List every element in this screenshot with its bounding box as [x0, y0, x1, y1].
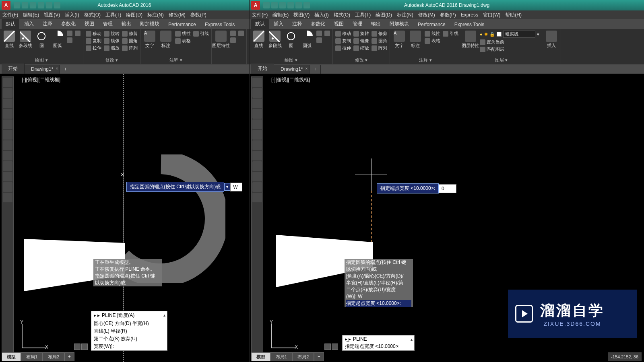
menu-window[interactable]: 窗口(W) — [483, 12, 500, 19]
fillet-button[interactable]: 圆角 — [372, 38, 387, 44]
nav-tool-icon[interactable] — [3, 140, 12, 150]
ribbon-tab-output[interactable]: 输出 — [118, 19, 135, 29]
menu-draw[interactable]: 绘图(D) — [376, 12, 392, 19]
circle-button[interactable]: 圆 — [284, 31, 298, 49]
copy-button[interactable]: 复制 — [86, 38, 101, 44]
panel-modify-title[interactable]: 修改 ▾ — [86, 57, 138, 63]
qat-open-icon[interactable] — [271, 2, 278, 8]
trim-button[interactable]: 修剪 — [372, 31, 387, 37]
layer-state-2[interactable] — [238, 31, 244, 36]
tab-add[interactable]: + — [60, 65, 71, 74]
tab-layout1[interactable]: 布局1 — [270, 352, 292, 361]
ribbon-tab-insert[interactable]: 插入 — [270, 19, 287, 29]
qat-redo-icon[interactable] — [46, 2, 52, 8]
ribbon-tab-output[interactable]: 输出 — [367, 19, 385, 29]
scale-button[interactable]: 缩放 — [104, 45, 120, 51]
chevron-up-icon[interactable]: ▴ — [411, 337, 413, 341]
menu-view[interactable]: 视图(V) — [293, 12, 310, 19]
menu-express[interactable]: Express — [461, 12, 478, 18]
fillet-button[interactable]: 圆角 — [122, 38, 138, 44]
nav-tool-icon[interactable] — [252, 161, 262, 171]
dim-button[interactable]: 标注 — [159, 31, 173, 49]
leader-button[interactable]: 引线 — [443, 31, 458, 37]
nav-tool-icon[interactable] — [3, 161, 12, 171]
menu-view[interactable]: 视图(V) — [44, 12, 60, 19]
nav-tool-icon[interactable] — [252, 99, 262, 108]
ribbon-tab-manage[interactable]: 管理 — [99, 19, 117, 29]
linetype-button[interactable]: 线性 — [425, 31, 440, 37]
panel-modify-title[interactable]: 修改 ▾ — [335, 57, 387, 63]
panel-annot-title[interactable]: 注释 ▾ — [143, 57, 209, 63]
layer-dropdown[interactable]: ● ✺ 🔒 粗实线 ▾ — [480, 31, 539, 38]
tab-layout2[interactable]: 布局2 — [43, 352, 64, 361]
pline-button[interactable]: 多段线 — [268, 31, 282, 49]
panel-draw-title[interactable]: 绘图 ▾ — [252, 57, 330, 63]
menu-format[interactable]: 格式(O) — [84, 12, 101, 19]
array-button[interactable]: 阵列 — [122, 45, 138, 51]
app-logo-icon[interactable]: A — [2, 1, 10, 10]
command-line[interactable]: ▴ ▸_▸ PLINE [角度(A) 圆心(CE) 方向(D) 半宽(H) 直线… — [91, 311, 167, 351]
menu-modify[interactable]: 修改(M) — [418, 12, 435, 19]
tab-start[interactable]: 开始 — [2, 64, 25, 74]
qat-print-icon[interactable] — [54, 2, 60, 8]
ribbon-tab-addin[interactable]: 附加模块 — [136, 19, 163, 29]
tab-drawing1[interactable]: Drawing1*× — [274, 65, 310, 74]
arc-button[interactable]: 圆弧 — [300, 31, 314, 49]
qat-redo-icon[interactable] — [295, 2, 302, 8]
ribbon-tab-express[interactable]: Express Tools — [201, 20, 239, 29]
close-icon[interactable]: × — [305, 66, 308, 71]
ellipse-button[interactable] — [324, 31, 330, 36]
stretch-button[interactable]: 拉伸 — [86, 45, 101, 51]
panel-draw-title[interactable]: 绘图 ▾ — [2, 57, 80, 63]
line-button[interactable]: 直线 — [252, 31, 266, 49]
nav-tool-icon[interactable] — [3, 182, 12, 192]
text-button[interactable]: A文字 — [392, 31, 406, 49]
panel-annot-title[interactable]: 注释 ▾ — [392, 57, 458, 63]
qat-print-icon[interactable] — [303, 2, 310, 8]
ribbon-tab-annot[interactable]: 注释 — [288, 19, 306, 29]
mirror-button[interactable]: 镜像 — [353, 38, 369, 44]
linetype-button[interactable]: 线性 — [175, 31, 191, 37]
layer-state-3[interactable] — [230, 37, 236, 43]
qat-undo-icon[interactable] — [38, 2, 44, 8]
nav-tool-icon[interactable] — [3, 99, 12, 108]
leader-button[interactable]: 引线 — [193, 31, 209, 37]
hatch-button[interactable] — [67, 37, 72, 43]
menu-file[interactable]: 文件(F) — [2, 12, 18, 19]
qat-open-icon[interactable] — [22, 2, 28, 8]
nav-tool-icon[interactable] — [3, 78, 12, 87]
array-button[interactable]: 阵列 — [372, 45, 387, 51]
viewport-label[interactable]: [-][俯视][二维线框] — [271, 76, 310, 83]
ribbon-tab-addin[interactable]: 附加模块 — [386, 19, 413, 29]
ribbon-tab-express[interactable]: Express Tools — [450, 20, 488, 29]
ribbon-tab-annot[interactable]: 注释 — [39, 19, 56, 29]
tab-add[interactable]: + — [310, 65, 321, 74]
nav-tool-icon[interactable] — [252, 88, 262, 98]
table-button[interactable]: 表格 — [425, 38, 440, 44]
menu-tools[interactable]: 工具(T) — [105, 12, 121, 19]
ribbon-tab-default[interactable]: 默认 — [251, 19, 269, 29]
arc-button[interactable]: 圆弧 — [51, 31, 64, 49]
dim-button[interactable]: 标注 — [409, 31, 422, 49]
ribbon-tab-param[interactable]: 参数化 — [307, 19, 329, 29]
qat-undo-icon[interactable] — [287, 2, 294, 8]
trim-button[interactable]: 修剪 — [122, 31, 138, 37]
close-icon[interactable] — [324, 343, 331, 350]
insert-block-button[interactable]: 插入 — [545, 31, 558, 49]
text-button[interactable]: A文字 — [143, 31, 157, 49]
menu-modify[interactable]: 修改(M) — [169, 12, 186, 19]
ribbon-tab-default[interactable]: 默认 — [2, 19, 19, 29]
customize-icon[interactable] — [332, 343, 338, 350]
move-button[interactable]: 移动 — [86, 31, 101, 37]
line-button[interactable]: 直线 — [2, 31, 16, 49]
panel-layer-title[interactable]: 图层 ▾ — [464, 57, 539, 63]
menu-tools[interactable]: 工具(T) — [355, 12, 371, 19]
nav-tool-icon[interactable] — [252, 172, 262, 181]
hatch-button[interactable] — [316, 37, 322, 43]
ribbon-tab-view[interactable]: 视图 — [80, 19, 98, 29]
tab-layout-add[interactable]: + — [314, 352, 324, 361]
set-current-button[interactable]: 置为当前 — [480, 39, 539, 45]
layer-props-button[interactable]: 图层特性 — [464, 31, 477, 49]
qat-new-icon[interactable] — [14, 2, 20, 8]
command-line[interactable]: ▴ ▸_▸ PLINE 指定端点宽度 <10.0000>: — [342, 335, 415, 351]
